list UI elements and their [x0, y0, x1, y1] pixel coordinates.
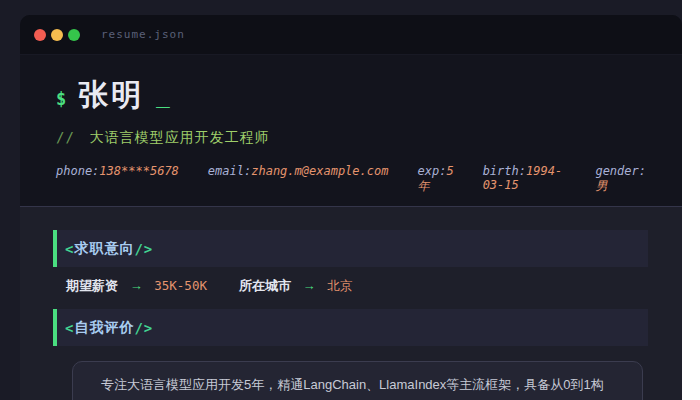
arrow-right-icon: →	[130, 278, 143, 293]
contact-label: birth:	[483, 164, 526, 178]
self-evaluation-card: 专注大语言模型应用开发5年，精通LangChain、LlamaIndex等主流框…	[72, 361, 643, 400]
page-background: resume.json $ 张明 _ // 大语言模型应用开发工程师 phone…	[0, 0, 682, 400]
resume-header: $ 张明 _ // 大语言模型应用开发工程师 phone:138****5678…	[20, 55, 682, 207]
contact-label: email:	[208, 164, 251, 178]
resume-main: < 求职意向 /> 期望薪资 → 35K-50K 所在城市 → 北京 < 自我评…	[20, 207, 682, 400]
contact-info-row: phone:138****5678 email:zhang.m@example.…	[56, 164, 646, 195]
intent-value: 北京	[327, 278, 352, 293]
contact-value: 138****5678	[99, 164, 178, 178]
contact-item-email: email:zhang.m@example.com	[208, 164, 389, 195]
arrow-right-icon: →	[303, 278, 316, 293]
contact-label: exp:	[417, 164, 446, 178]
section-title-job-intent: 求职意向	[74, 240, 134, 258]
bracket-open: <	[65, 320, 74, 336]
candidate-name: 张明	[78, 75, 144, 116]
section-title-self-evaluation: 自我评价	[74, 319, 134, 337]
self-evaluation-text: 专注大语言模型应用开发5年，精通LangChain、LlamaIndex等主流框…	[101, 372, 614, 400]
job-intent-row: 期望薪资 → 35K-50K 所在城市 → 北京	[66, 277, 643, 295]
section-header-self-evaluation: < 自我评价 />	[53, 309, 648, 346]
role-row: // 大语言模型应用开发工程师	[56, 129, 646, 147]
minimize-button[interactable]	[51, 29, 63, 41]
contact-label: gender:	[595, 164, 646, 178]
contact-value: zhang.m@example.com	[251, 164, 388, 178]
contact-item-exp: exp:5年	[417, 164, 453, 195]
terminal-cursor: _	[156, 83, 169, 111]
intent-label: 期望薪资	[66, 278, 118, 293]
bracket-close: />	[134, 241, 153, 257]
window-title: resume.json	[101, 28, 185, 41]
intent-value: 35K-50K	[154, 278, 207, 293]
intent-item-city: 所在城市 → 北京	[239, 277, 352, 295]
bracket-close: />	[134, 320, 153, 336]
close-button[interactable]	[34, 29, 46, 41]
intent-item-salary: 期望薪资 → 35K-50K	[66, 277, 207, 295]
terminal-window: resume.json $ 张明 _ // 大语言模型应用开发工程师 phone…	[20, 15, 682, 400]
shell-prompt: $	[56, 89, 66, 109]
window-titlebar: resume.json	[20, 15, 682, 55]
contact-item-gender: gender:男	[595, 164, 646, 195]
maximize-button[interactable]	[68, 29, 80, 41]
contact-value: 男	[595, 179, 607, 193]
comment-prefix: //	[56, 129, 75, 145]
name-row: $ 张明 _	[56, 75, 646, 116]
candidate-role: 大语言模型应用开发工程师	[90, 129, 270, 145]
intent-label: 所在城市	[239, 278, 291, 293]
contact-item-phone: phone:138****5678	[56, 164, 179, 195]
contact-item-birth: birth:1994-03-15	[483, 164, 567, 195]
section-header-job-intent: < 求职意向 />	[53, 230, 648, 267]
contact-label: phone:	[56, 164, 99, 178]
